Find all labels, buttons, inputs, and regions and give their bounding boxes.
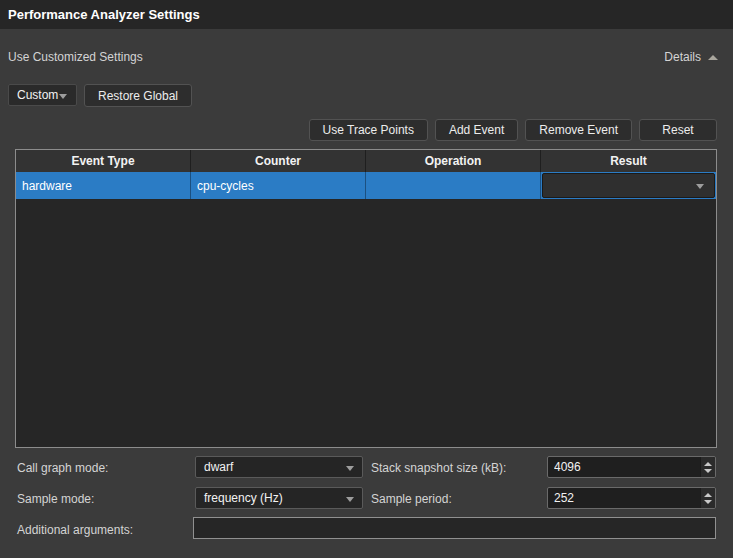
event-type-cell[interactable]: hardware	[16, 172, 191, 199]
spin-down-icon[interactable]	[704, 500, 712, 504]
spin-up-icon[interactable]	[704, 462, 712, 466]
sample-mode-select[interactable]: frequency (Hz)	[195, 487, 363, 509]
column-header-operation[interactable]: Operation	[366, 150, 541, 172]
performance-analyzer-settings-panel: Performance Analyzer Settings Use Custom…	[0, 0, 733, 558]
settings-mode-value: Custom	[17, 88, 58, 102]
events-table: Event Type Counter Operation Result hard…	[15, 149, 717, 448]
details-toggle[interactable]: Details	[664, 50, 718, 64]
sample-period-input[interactable]	[548, 488, 699, 508]
chevron-up-icon	[708, 55, 718, 60]
call-graph-mode-value: dwarf	[204, 460, 233, 474]
spin-up-icon[interactable]	[704, 493, 712, 497]
chevron-down-icon	[696, 184, 704, 189]
panel-header: Performance Analyzer Settings	[0, 0, 733, 29]
events-toolbar: Use Trace Points Add Event Remove Event …	[309, 119, 717, 141]
table-empty-area	[16, 199, 716, 447]
chevron-down-icon	[59, 94, 67, 99]
sample-period-spinbox[interactable]	[547, 487, 716, 509]
counter-cell[interactable]: cpu-cycles	[191, 172, 366, 199]
details-label: Details	[664, 50, 701, 64]
sample-period-label: Sample period:	[371, 492, 452, 506]
additional-arguments-input[interactable]	[193, 517, 716, 539]
additional-arguments-label: Additional arguments:	[17, 523, 133, 537]
chevron-down-icon	[346, 466, 354, 471]
restore-global-button[interactable]: Restore Global	[84, 84, 192, 107]
stack-snapshot-size-input[interactable]	[548, 457, 699, 477]
sample-mode-value: frequency (Hz)	[204, 491, 283, 505]
stack-snapshot-size-label: Stack snapshot size (kB):	[371, 461, 506, 475]
result-cell[interactable]	[541, 172, 716, 199]
spinner-buttons[interactable]	[700, 488, 715, 508]
use-customized-settings-label: Use Customized Settings	[8, 50, 143, 64]
chevron-down-icon	[346, 497, 354, 502]
column-header-event-type[interactable]: Event Type	[16, 150, 191, 172]
events-table-header: Event Type Counter Operation Result	[16, 150, 716, 172]
call-graph-mode-select[interactable]: dwarf	[195, 456, 363, 478]
spin-down-icon[interactable]	[704, 469, 712, 473]
call-graph-mode-label: Call graph mode:	[17, 461, 108, 475]
stack-snapshot-size-spinbox[interactable]	[547, 456, 716, 478]
table-row[interactable]: hardware cpu-cycles	[16, 172, 716, 199]
spinner-buttons[interactable]	[700, 457, 715, 477]
remove-event-button[interactable]: Remove Event	[525, 119, 632, 141]
reset-button[interactable]: Reset	[639, 119, 717, 141]
add-event-button[interactable]: Add Event	[435, 119, 518, 141]
column-header-result[interactable]: Result	[541, 150, 716, 172]
sample-mode-label: Sample mode:	[17, 492, 94, 506]
operation-cell[interactable]	[366, 172, 541, 199]
result-select[interactable]	[542, 173, 715, 198]
settings-mode-select[interactable]: Custom	[8, 84, 77, 106]
column-header-counter[interactable]: Counter	[191, 150, 366, 172]
use-trace-points-button[interactable]: Use Trace Points	[309, 119, 428, 141]
page-title: Performance Analyzer Settings	[8, 7, 200, 22]
